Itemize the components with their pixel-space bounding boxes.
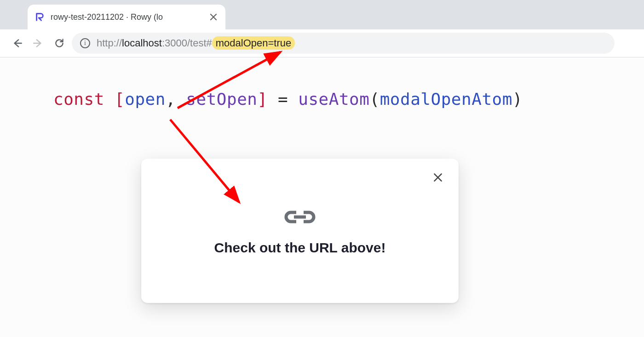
equals: =: [278, 90, 298, 109]
paren-close: ): [512, 90, 523, 109]
bracket-close: ]: [258, 90, 278, 109]
code-snippet: const [open, setOpen] = useAtom(modalOpe…: [53, 90, 523, 109]
var-atom: modalOpenAtom: [380, 90, 512, 109]
url-scheme: http://: [97, 37, 122, 49]
app-root: rowy-test-20211202 · Rowy (lo i http://l…: [0, 0, 644, 337]
modal-close-button[interactable]: [431, 171, 445, 184]
browser-tab[interactable]: rowy-test-20211202 · Rowy (lo: [28, 5, 225, 29]
browser-toolbar: i http://localhost:3000/test#modalOpen=t…: [0, 29, 644, 57]
comma: ,: [166, 90, 186, 109]
modal-dialog: Check out the URL above!: [141, 159, 459, 303]
link-icon: [282, 206, 318, 228]
forward-button[interactable]: [29, 34, 47, 52]
site-info-icon[interactable]: i: [80, 38, 90, 48]
browser-tab-strip: rowy-test-20211202 · Rowy (lo: [0, 0, 644, 29]
url-host: localhost: [122, 37, 162, 49]
modal-body: Check out the URL above!: [141, 159, 459, 303]
paren-open: (: [369, 90, 380, 109]
page-content: const [open, setOpen] = useAtom(modalOpe…: [0, 57, 644, 337]
back-button[interactable]: [8, 34, 26, 52]
var-setopen: setOpen: [186, 90, 257, 109]
url-port-path: :3000/test#: [162, 37, 212, 49]
keyword-const: const: [53, 90, 104, 109]
rowy-favicon-icon: [34, 11, 45, 23]
bracket-open: [: [104, 90, 125, 109]
tab-close-button[interactable]: [208, 11, 219, 23]
address-bar[interactable]: i http://localhost:3000/test#modalOpen=t…: [72, 33, 615, 54]
var-open: open: [125, 90, 166, 109]
url-hash-highlight: modalOpen=true: [212, 36, 295, 50]
url-text: http://localhost:3000/test#modalOpen=tru…: [97, 37, 295, 49]
fn-useatom: useAtom: [298, 90, 369, 109]
tab-title: rowy-test-20211202 · Rowy (lo: [51, 12, 202, 22]
reload-button[interactable]: [51, 34, 68, 52]
modal-message: Check out the URL above!: [214, 240, 386, 256]
